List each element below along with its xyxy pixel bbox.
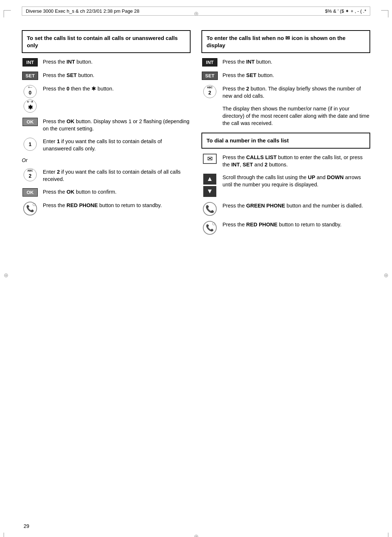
right-bottom-steps-list: ✉ Press the CALLS LIST button to enter t… (201, 154, 370, 235)
right-set-icon: SET (201, 72, 218, 80)
right-step-2: ABC 2 Press the 2 button. The display br… (201, 85, 370, 100)
left-step-1: 1 Enter 1 if you want the calls list to … (22, 138, 191, 153)
right-top-steps-list: INT Press the INT button. SET Press the … (201, 58, 370, 127)
right-int-label: INT (202, 58, 217, 66)
dial-number-title: To dial a number in the calls list (207, 137, 365, 144)
left-steps-list: INT Press the INT button. SET Press the … (22, 58, 191, 215)
right-step-envelope-text: Press the CALLS LIST button to enter the… (222, 154, 370, 169)
right-step-red-phone-text: Press the RED PHONE button to return to … (222, 221, 370, 228)
left-step-ok2: OK Press the OK button to confirm. (22, 188, 191, 197)
zero-button: u— 0 (24, 85, 37, 98)
dial-number-section: To dial a number in the calls list (201, 133, 370, 149)
reg-mark-bottom: ⊕ (194, 533, 199, 537)
crop-mark-tl (4, 10, 11, 17)
or-separator: Or (22, 157, 191, 163)
set-calls-list-section: To set the calls list to contain all cal… (22, 30, 191, 53)
one-button: 1 (24, 138, 37, 151)
right-red-phone-icon: 📞 (201, 221, 218, 235)
header-left-text: Diverse 3000 Exec h_s & ch 22/3/01 2:38 … (26, 8, 139, 14)
page-container: ⊕ ⊕ ⊕ ⊕ Diverse 3000 Exec h_s & ch 22/3/… (0, 7, 392, 537)
envelope-button-icon: ✉ (201, 154, 218, 164)
ok-button-icon2: OK (22, 188, 38, 197)
right-step-int: INT Press the INT button. (201, 58, 370, 66)
enter-calls-list-title: To enter the calls list when no ✉ icon i… (207, 35, 365, 49)
right-set-label: SET (202, 72, 217, 80)
int-button-icon: INT (22, 58, 38, 66)
page-number: 29 (24, 523, 29, 529)
set-label: SET (22, 72, 38, 80)
one-button-icon: 1 (22, 138, 38, 151)
up-down-arrows: ▲ ▼ (203, 174, 216, 197)
crop-mark-tr (381, 10, 388, 17)
red-phone-icon-left: 📞 (22, 202, 38, 215)
left-step-ok2-text: Press the OK button to confirm. (43, 188, 191, 195)
left-step-ok1: OK Press the OK button. Display shows 1 … (22, 118, 191, 133)
left-step-set: SET Press the SET button. (22, 72, 191, 80)
set-calls-list-title: To set the calls list to contain all cal… (27, 35, 185, 49)
phone-indicator (33, 203, 36, 206)
right-step-int-text: Press the INT button. (222, 58, 370, 65)
left-step-set-text: Press the SET button. (43, 72, 191, 79)
crop-mark-bl (4, 533, 11, 537)
ok-label2: OK (23, 188, 38, 197)
ok-button-icon1: OK (22, 118, 38, 126)
right-step-arrows-text: Scroll through the calls list using the … (222, 174, 370, 189)
right-column: To enter the calls list when no ✉ icon i… (201, 30, 370, 240)
left-step-ok1-text: Press the OK button. Display shows 1 or … (43, 118, 191, 133)
reg-mark-right: ⊕ (384, 272, 388, 279)
two-button: ABC 2 (24, 168, 37, 181)
right-step-green-phone: 📞 Press the GREEN PHONE button and the n… (201, 202, 370, 216)
right-step-2-text: Press the 2 button. The display briefly … (222, 85, 370, 100)
right-step-set-text: Press the SET button. (222, 72, 370, 79)
left-step-2-text: Enter 2 if you want the calls list to co… (43, 168, 191, 183)
reg-mark-top: ⊕ (194, 10, 199, 17)
right-two-icon: ABC 2 (201, 85, 218, 98)
right-step-display-text: The display then shows the number/or nam… (201, 105, 370, 127)
right-phone-indicator (212, 222, 215, 225)
left-step-0-star-text: Press the 0 then the ✱ button. (43, 85, 191, 92)
left-step-int-text: Press the INT button. (43, 58, 191, 65)
left-column: To set the calls list to contain all cal… (22, 30, 191, 240)
arrow-up-button: ▲ (203, 174, 216, 185)
right-step-arrows: ▲ ▼ Scroll through the calls list using … (201, 174, 370, 197)
header-right-text: $% & ' ($ ✦ + , - ( .* (325, 8, 366, 14)
left-step-2: ABC 2 Enter 2 if you want the calls list… (22, 168, 191, 183)
arrows-icons: ▲ ▼ (201, 174, 218, 197)
set-button-icon: SET (22, 72, 38, 80)
two-button-icon: ABC 2 (22, 168, 38, 181)
right-step-green-phone-text: Press the GREEN PHONE button and the num… (222, 202, 370, 209)
left-step-red-phone-text: Press the RED PHONE button to return to … (43, 202, 191, 209)
left-step-red-phone: 📞 Press the RED PHONE button to return t… (22, 202, 191, 215)
main-content: To set the calls list to contain all cal… (22, 30, 370, 240)
crop-mark-br (381, 533, 388, 537)
left-step-int: INT Press the INT button. (22, 58, 191, 66)
green-phone-button: 📞 (203, 202, 217, 216)
enter-calls-list-section: To enter the calls list when no ✉ icon i… (201, 30, 370, 53)
right-step-red-phone: 📞 Press the RED PHONE button to return t… (201, 221, 370, 235)
reg-mark-left: ⊕ (4, 272, 8, 279)
right-two-button: ABC 2 (203, 85, 216, 98)
right-display-text: The display then shows the number/or nam… (222, 105, 370, 127)
left-step-1-text: Enter 1 if you want the calls list to co… (43, 138, 191, 153)
int-label: INT (23, 58, 38, 66)
star-button: a→A ✱ (24, 100, 37, 113)
right-step-set: SET Press the SET button. (201, 72, 370, 80)
red-phone-button-left: 📞 (23, 202, 37, 215)
green-phone-icon: 📞 (201, 202, 218, 216)
zero-star-icons: u— 0 a→A ✱ (22, 85, 38, 113)
envelope-button: ✉ (203, 154, 217, 164)
arrow-down-button: ▼ (203, 186, 216, 197)
right-step-envelope: ✉ Press the CALLS LIST button to enter t… (201, 154, 370, 169)
left-step-0-star: u— 0 a→A ✱ Press the 0 then the ✱ button… (22, 85, 191, 113)
ok-label1: OK (23, 118, 38, 126)
right-int-icon: INT (201, 58, 218, 66)
right-red-phone-button: 📞 (203, 221, 217, 235)
